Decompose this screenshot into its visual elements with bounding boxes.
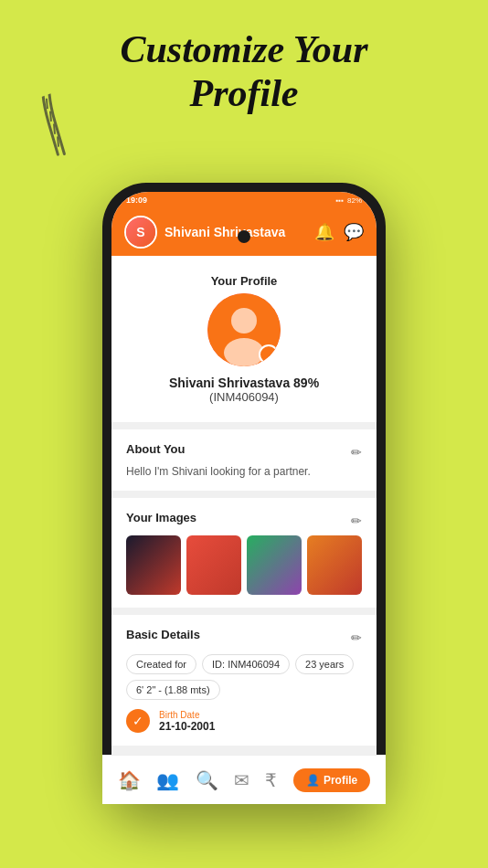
birth-label: Birth Date — [159, 710, 215, 720]
header-icons: 🔔 💬 — [314, 222, 364, 242]
status-icons: ▪▪▪ 82% — [335, 196, 362, 205]
images-edit-icon[interactable]: ✏ — [351, 513, 362, 528]
main-content: Your Profile Shivani Shrivastava 89% (IN… — [111, 256, 377, 795]
about-title: About You — [126, 442, 186, 456]
people-icon[interactable]: 👥 — [156, 769, 179, 791]
status-bar: 19:09 ▪▪▪ 82% — [111, 192, 377, 208]
basic-details-card: Basic Details ✏ Created for ID: INM40609… — [111, 615, 377, 746]
images-card: Your Images ✏ — [111, 498, 377, 608]
check-circle-icon: ✓ — [126, 709, 150, 733]
header-user-name: Shivani Shrivastava — [164, 225, 285, 239]
phone-frame: 19:09 ▪▪▪ 82% S Shivani Shrivastava 🔔 💬 — [102, 183, 386, 804]
profile-nav-label: Profile — [324, 774, 357, 787]
images-title: Your Images — [126, 511, 196, 524]
profile-nav-icon: 👤 — [306, 774, 320, 787]
page-title: Customize Your Profile — [120, 27, 367, 116]
image-thumb-1 — [126, 535, 181, 595]
profile-section-title: Your Profile — [211, 274, 278, 288]
avatar: S — [124, 216, 157, 249]
about-card: About You ✏ Hello I'm Shivani looking fo… — [111, 429, 377, 491]
tag-created-for: Created for — [126, 654, 196, 674]
avatar-placeholder: S — [126, 217, 155, 247]
message-icon[interactable]: 💬 — [344, 222, 364, 242]
decorative-icon — [16, 81, 113, 185]
image-thumb-3 — [247, 535, 302, 595]
svg-point-5 — [231, 308, 257, 333]
home-icon[interactable]: 🏠 — [118, 769, 141, 791]
bell-icon[interactable]: 🔔 — [314, 222, 334, 242]
battery-icon: 82% — [347, 196, 362, 205]
profile-card: Your Profile Shivani Shrivastava 89% (IN… — [111, 256, 377, 422]
birth-row: ✓ Birth Date 21-10-2001 — [126, 709, 362, 733]
images-header: Your Images ✏ — [126, 511, 362, 530]
about-header: About You ✏ — [126, 442, 362, 461]
profile-avatar — [207, 293, 281, 366]
mail-icon[interactable]: ✉ — [234, 769, 249, 791]
search-icon[interactable]: 🔍 — [196, 769, 218, 791]
phone-screen: 19:09 ▪▪▪ 82% S Shivani Shrivastava 🔔 💬 — [111, 192, 377, 795]
birth-value: 21-10-2001 — [159, 720, 215, 733]
profile-nav-button[interactable]: 👤 Profile — [293, 768, 370, 792]
rupee-icon[interactable]: ₹ — [265, 769, 277, 791]
basic-details-header: Basic Details ✏ — [126, 628, 362, 647]
img-figure-1 — [126, 535, 181, 595]
tag-height: 6' 2" - (1.88 mts) — [126, 680, 220, 700]
about-edit-icon[interactable]: ✏ — [351, 445, 362, 460]
image-thumb-4 — [307, 535, 362, 595]
header-left: S Shivani Shrivastava — [124, 216, 285, 249]
basic-details-edit-icon[interactable]: ✏ — [351, 630, 362, 645]
svg-point-6 — [224, 338, 264, 366]
status-time: 19:09 — [126, 196, 147, 205]
camera-notch — [238, 230, 250, 243]
profile-name: Shivani Shrivastava 89% — [169, 376, 319, 390]
images-row — [126, 535, 362, 595]
tags-row: Created for ID: INM406094 23 years 6' 2"… — [126, 654, 362, 700]
signal-icon: ▪▪▪ — [335, 196, 344, 205]
tag-id: ID: INM406094 — [202, 654, 290, 674]
profile-id: (INM406094) — [209, 390, 279, 404]
image-thumb-2 — [186, 535, 241, 595]
tag-age: 23 years — [295, 654, 354, 674]
bottom-nav: 🏠 👥 🔍 ✉ ₹ 👤 Profile — [111, 755, 377, 795]
about-text: Hello I'm Shivani looking for a partner. — [126, 465, 362, 478]
birth-info: Birth Date 21-10-2001 — [159, 710, 215, 733]
basic-details-title: Basic Details — [126, 628, 200, 641]
